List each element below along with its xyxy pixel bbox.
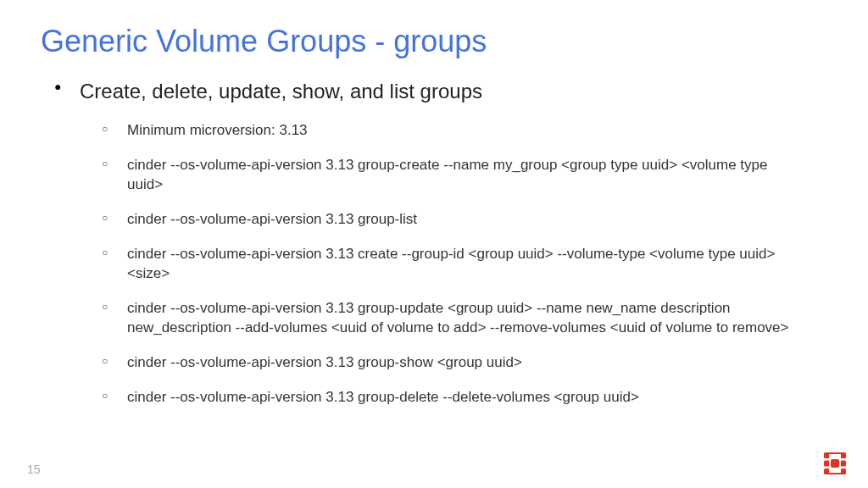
sub-list-item: cinder --os-volume-api-version 3.13 grou… [127, 210, 827, 230]
sub-list-item: cinder --os-volume-api-version 3.13 grou… [127, 299, 827, 338]
sub-list-item: Minimum microversion: 3.13 [127, 121, 827, 141]
sub-list-item: cinder --os-volume-api-version 3.13 crea… [127, 245, 827, 284]
main-list-item: Create, delete, update, show, and list g… [80, 78, 827, 408]
slide-container: Generic Volume Groups - groups Create, d… [0, 0, 868, 408]
sub-list-item: cinder --os-volume-api-version 3.13 grou… [127, 353, 827, 373]
openstack-logo-icon [824, 452, 846, 474]
main-item-text: Create, delete, update, show, and list g… [80, 78, 827, 104]
sub-bullet-list: Minimum microversion: 3.13 cinder --os-v… [80, 121, 827, 407]
sub-list-item: cinder --os-volume-api-version 3.13 grou… [127, 156, 827, 195]
svg-rect-4 [831, 459, 839, 468]
slide-title: Generic Volume Groups - groups [41, 24, 827, 59]
page-number: 15 [27, 463, 41, 476]
main-bullet-list: Create, delete, update, show, and list g… [41, 78, 827, 408]
sub-list-item: cinder --os-volume-api-version 3.13 grou… [127, 388, 827, 408]
